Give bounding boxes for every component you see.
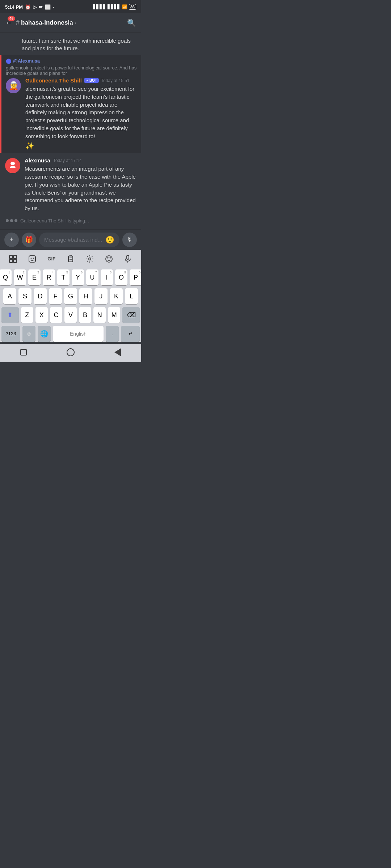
svg-rect-3	[9, 259, 13, 263]
key-H[interactable]: H	[79, 288, 92, 304]
keyboard-gif-button[interactable]: GIF	[43, 252, 59, 265]
key-V[interactable]: V	[64, 307, 77, 323]
keyboard-palette-button[interactable]	[101, 252, 117, 265]
keyboard-toolbar: GIF	[0, 250, 141, 268]
numbers-key[interactable]: ?123	[1, 326, 20, 342]
bot-badge: ✓ BOT	[84, 78, 99, 83]
quoted-bot-block: ⬤ @Alexmusa galleoncoin project is a pow…	[0, 55, 141, 153]
key-S[interactable]: S	[18, 288, 31, 304]
keyboard-grid-button[interactable]	[5, 252, 21, 265]
key-T[interactable]: 5T	[57, 269, 70, 285]
keyboard-mic-button[interactable]	[120, 252, 136, 265]
gift-button[interactable]: 🎁	[22, 233, 36, 247]
keyboard-clipboard-button[interactable]	[63, 252, 79, 265]
keyboard-row-2: A S D F G H J K L	[1, 288, 140, 304]
key-Q[interactable]: 1Q	[0, 269, 12, 285]
signal-icon-2: ▋▋▋▋	[108, 4, 121, 9]
shift-arrow-icon: ⬆	[7, 311, 13, 319]
user-message-content: Alexmusa Today at 17:14 Measurements are…	[25, 157, 136, 212]
key-O[interactable]: 9O	[115, 269, 127, 285]
svg-point-15	[110, 257, 111, 258]
channel-title: bahasa-indonesia	[21, 19, 73, 26]
keyboard-settings-button[interactable]	[82, 252, 98, 265]
mic-button[interactable]: 🎙	[122, 233, 137, 247]
language-key[interactable]: 🌐	[38, 326, 51, 342]
key-K[interactable]: K	[110, 288, 123, 304]
status-icons: ▋▋▋▋ ▋▋▋▋ 📶 36	[93, 4, 136, 10]
key-D[interactable]: D	[34, 288, 47, 304]
user-timestamp: Today at 17:14	[53, 158, 82, 163]
period-key[interactable]: .	[106, 326, 119, 342]
user-message-text: Measurements are an integral part of any…	[25, 165, 136, 212]
return-key[interactable]: ↵	[121, 326, 140, 342]
key-F[interactable]: F	[49, 288, 62, 304]
discord-logo-svg	[8, 160, 17, 169]
nav-home-button[interactable]	[61, 346, 80, 358]
microphone-icon: 🎙	[126, 236, 133, 243]
navigation-bar	[0, 344, 141, 362]
pen-icon: ✏	[39, 4, 43, 10]
typing-indicator: Galleoneena The Shill is typing...	[0, 216, 141, 226]
message-input-wrap[interactable]: Message #bahasa-ind... 🙂	[39, 233, 119, 247]
key-C[interactable]: C	[50, 307, 62, 323]
back-button[interactable]: ← 46	[5, 18, 12, 27]
nav-back-button[interactable]	[108, 346, 127, 358]
play-icon: ▷	[33, 4, 37, 10]
key-X[interactable]: X	[35, 307, 48, 323]
key-P[interactable]: 0P	[130, 269, 141, 285]
spacebar-key[interactable]: English	[53, 326, 104, 342]
search-button[interactable]: 🔍	[127, 18, 136, 27]
shift-key[interactable]: ⬆	[1, 307, 19, 323]
bot-message-text: alexmusa it's great to see your exciteme…	[25, 85, 137, 140]
key-R[interactable]: 4R	[43, 269, 55, 285]
key-W[interactable]: 2W	[14, 269, 26, 285]
bot-message-content: Galleoneena The Shill ✓ BOT Today at 15:…	[25, 77, 137, 150]
svg-point-6	[31, 258, 32, 259]
signal-icon: ▋▋▋▋	[93, 4, 106, 9]
key-U[interactable]: 7U	[86, 269, 98, 285]
key-E[interactable]: 3E	[28, 269, 41, 285]
hash-icon: #	[16, 19, 20, 26]
key-B[interactable]: B	[79, 307, 91, 323]
bot-avatar-img: 🧝	[9, 81, 18, 90]
key-I[interactable]: 8I	[101, 269, 113, 285]
user-avatar	[5, 158, 20, 173]
keyboard-sticker-button[interactable]	[24, 252, 40, 265]
svg-rect-8	[68, 256, 73, 262]
message-bar: + 🎁 Message #bahasa-ind... 🙂 🎙	[0, 229, 141, 250]
chevron-icon[interactable]: ›	[75, 20, 76, 26]
status-bar: 5:14 PM ⏰ ▷ ✏ ⬜ · ▋▋▋▋ ▋▋▋▋ 📶 36	[0, 0, 141, 13]
key-L[interactable]: L	[125, 288, 138, 304]
user-username: Alexmusa	[25, 157, 50, 163]
delete-icon: ⌫	[127, 311, 136, 319]
add-button[interactable]: +	[4, 233, 19, 247]
dot-2	[10, 219, 13, 222]
gift-icon: 🎁	[25, 236, 33, 244]
key-J[interactable]: J	[94, 288, 108, 304]
palette-icon	[105, 255, 113, 263]
svg-rect-4	[13, 259, 17, 263]
key-N[interactable]: N	[93, 307, 106, 323]
globe-icon: 🌐	[40, 330, 48, 338]
bot-avatar: 🧝	[6, 78, 21, 93]
period-label: .	[112, 331, 113, 336]
key-M[interactable]: M	[108, 307, 120, 323]
keyboard-row-1: 1Q 2W 3E 4R 5T 6Y 7U 8I 9O 0P	[1, 269, 140, 285]
delete-key[interactable]: ⌫	[122, 307, 140, 323]
key-Y[interactable]: 6Y	[72, 269, 84, 285]
nav-recents-button[interactable]	[14, 346, 33, 358]
return-icon: ↵	[129, 331, 133, 336]
user-message-header: Alexmusa Today at 17:14	[25, 157, 136, 163]
svg-rect-1	[9, 255, 13, 259]
plus-icon: +	[10, 236, 14, 243]
key-G[interactable]: G	[64, 288, 77, 304]
clipboard-icon	[66, 255, 75, 263]
wifi-icon: 📶	[122, 4, 127, 9]
discord-icon-small: ⬤	[6, 58, 12, 64]
emoji-keyboard-key[interactable]: ☺	[22, 326, 35, 342]
emoji-button[interactable]: 🙂	[105, 235, 114, 244]
key-Z[interactable]: Z	[21, 307, 33, 323]
typing-text: Galleoneena The Shill is typing...	[20, 218, 89, 224]
key-A[interactable]: A	[3, 288, 16, 304]
bot-message-header: Galleoneena The Shill ✓ BOT Today at 15:…	[25, 77, 137, 84]
